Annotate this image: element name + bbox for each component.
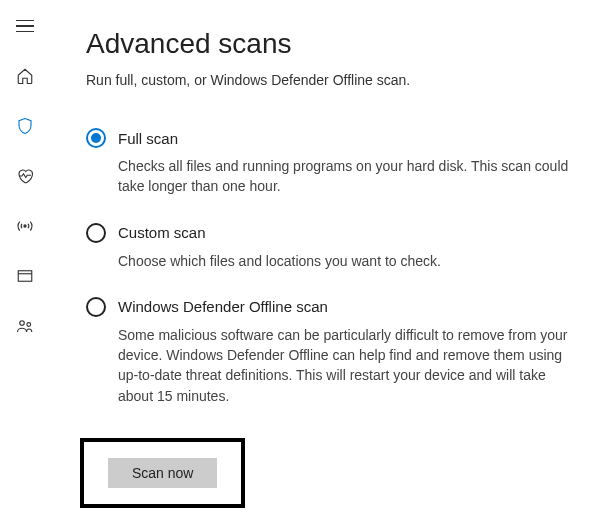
svg-point-3: [20, 321, 25, 326]
page-subtitle: Run full, custom, or Windows Defender Of…: [86, 72, 577, 88]
radio-offline-scan[interactable]: Windows Defender Offline scan: [86, 297, 577, 317]
svg-point-0: [24, 225, 26, 227]
option-label: Windows Defender Offline scan: [118, 298, 328, 315]
radio-icon: [86, 128, 106, 148]
nav-security[interactable]: [15, 116, 35, 136]
radio-icon: [86, 297, 106, 317]
heart-icon: [16, 167, 34, 185]
hamburger-icon: [16, 20, 34, 33]
sidebar: [0, 0, 50, 523]
nav-menu[interactable]: [15, 16, 35, 36]
option-custom-scan: Custom scan Choose which files and locat…: [86, 223, 577, 271]
radio-full-scan[interactable]: Full scan: [86, 128, 577, 148]
radio-icon: [86, 223, 106, 243]
option-offline-scan: Windows Defender Offline scan Some malic…: [86, 297, 577, 406]
option-full-scan: Full scan Checks all files and running p…: [86, 128, 577, 197]
nav-family[interactable]: [15, 316, 35, 336]
nav-network[interactable]: [15, 216, 35, 236]
svg-point-4: [27, 323, 31, 327]
option-description: Checks all files and running programs on…: [118, 156, 577, 197]
highlight-frame: Scan now: [80, 438, 245, 508]
option-label: Custom scan: [118, 224, 206, 241]
option-description: Choose which files and locations you wan…: [118, 251, 577, 271]
people-icon: [16, 317, 34, 335]
antenna-icon: [16, 217, 34, 235]
option-description: Some malicious software can be particula…: [118, 325, 577, 406]
svg-rect-1: [18, 271, 32, 282]
nav-app-browser[interactable]: [15, 266, 35, 286]
window-icon: [16, 267, 34, 285]
nav-health[interactable]: [15, 166, 35, 186]
shield-icon: [16, 117, 34, 135]
scan-now-button[interactable]: Scan now: [108, 458, 217, 488]
radio-custom-scan[interactable]: Custom scan: [86, 223, 577, 243]
home-icon: [16, 67, 34, 85]
option-label: Full scan: [118, 130, 178, 147]
main-content: Advanced scans Run full, custom, or Wind…: [50, 0, 597, 523]
nav-home[interactable]: [15, 66, 35, 86]
page-title: Advanced scans: [86, 28, 577, 60]
